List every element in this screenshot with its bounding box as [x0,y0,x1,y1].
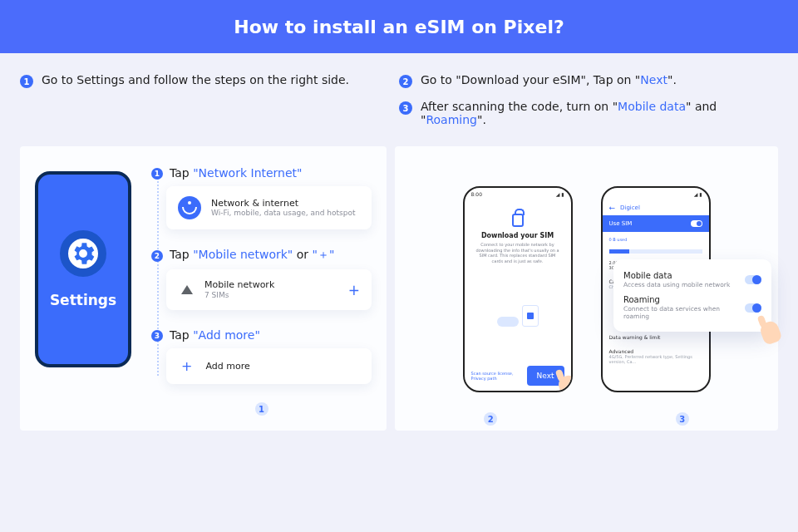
intro-text: Go to "Download your eSIM", Tap on "Next… [421,73,677,86]
sim-illustration [481,280,554,327]
intro-step-3: 3 After scanning the code, turn on "Mobi… [399,100,778,126]
phone-screen-download-sim: 8:00◢ ▮ Download your SIM Connect to you… [463,186,573,392]
signal-icon [181,285,193,294]
intro-text: Go to Settings and follow the steps on t… [42,73,349,86]
phone-settings: Settings [35,171,131,367]
figure-badge-3: 3 [676,412,689,426]
row-subtitle: Wi-Fi, mobile, data usage, and hotspot [211,209,355,218]
figure-badge-2: 2 [484,412,497,426]
step-number: 3 [399,101,412,115]
carrier-name: Digicel [620,204,640,211]
hero-title: How to install an eSIM on Pixel? [234,17,564,37]
panel-download-activate: 8:00◢ ▮ Download your SIM Connect to you… [395,146,778,431]
tap-target: "＋" [313,248,335,261]
substep-1: 1 Tap "Network Internet" [151,166,372,180]
download-title: Download your SIM [475,232,561,239]
row-title: Add more [205,361,249,372]
use-sim-toggle-row[interactable]: Use SIM [603,215,709,232]
lock-icon [512,214,524,227]
use-sim-label: Use SIM [609,220,633,227]
intro-text: After scanning the code, turn on "Mobile… [421,100,778,126]
row-roaming[interactable]: RoamingConnect to data services when roa… [623,292,761,323]
toggle-on-icon[interactable] [745,303,761,313]
callout-mobile-data-roaming: Mobile dataAccess data using mobile netw… [613,259,771,332]
settings-row-mobile-network[interactable]: Mobile network 7 SIMs + [166,269,372,310]
step-number: 1 [20,75,33,88]
settings-row-network-internet[interactable]: Network & internet Wi-Fi, mobile, data u… [166,186,372,229]
step-number: 3 [151,330,163,342]
intro-step-1: 1 Go to Settings and follow the steps on… [20,73,399,88]
hand-pointer-icon [758,319,783,346]
row-title: Mobile network [204,279,274,291]
panel-settings-path: Settings 1 Tap "Network Internet" Networ… [20,146,387,431]
status-time: 8:00 [471,191,482,197]
step-number: 1 [151,168,163,180]
substep-3: 3 Tap "Add more" [151,328,372,342]
substep-2: 2 Tap "Mobile network" or "＋" [151,248,372,263]
back-arrow-icon[interactable]: ← [609,204,616,212]
settings-row-add-more[interactable]: + Add more [166,348,372,384]
row-subtitle: 7 SIMs [204,291,274,300]
wifi-icon [178,196,201,219]
row-title: Network & internet [211,198,355,209]
tap-target: "Add more" [193,328,260,342]
phone-label: Settings [50,292,116,308]
row-mobile-data[interactable]: Mobile dataAccess data using mobile netw… [623,268,761,292]
intro-row: 1 Go to Settings and follow the steps on… [0,53,798,146]
status-icons: ◢ ▮ [556,191,564,197]
cloud-icon [497,317,519,327]
link-mobile-data: Mobile data [618,100,686,113]
step-number: 2 [399,75,412,88]
row-data-warning-limit[interactable]: Data warning & limit [603,330,709,344]
sim-card-icon [522,305,539,327]
gear-icon [60,230,106,277]
data-used-value: 0 [609,237,612,242]
add-sim-plus-icon[interactable]: + [348,282,360,298]
tap-target: "Mobile network" [193,248,293,261]
link-next: Next [640,73,667,86]
plus-icon: + [181,358,192,374]
step-connector [157,178,159,376]
link-roaming: Roaming [426,113,477,126]
figure-badge-1: 1 [255,402,268,416]
hand-pointer-icon [556,373,573,392]
row-advanced[interactable]: Advanced 4G/5G, Preferred network type, … [603,344,709,368]
toggle-on-icon[interactable] [691,220,702,227]
download-subtitle: Connect to your mobile network by downlo… [475,242,561,264]
tap-target: "Network Internet" [193,166,302,180]
data-used-unit: B used [613,237,627,242]
toggle-on-icon[interactable] [745,275,761,284]
status-icons: ◢ ▮ [694,191,702,197]
privacy-link[interactable]: Scan source license, Privacy path [471,371,527,381]
intro-step-2: 2 Go to "Download your eSIM", Tap on "Ne… [399,73,778,88]
step-number: 2 [151,250,163,262]
hero-banner: How to install an eSIM on Pixel? [0,0,798,53]
data-usage-bar [609,249,702,254]
